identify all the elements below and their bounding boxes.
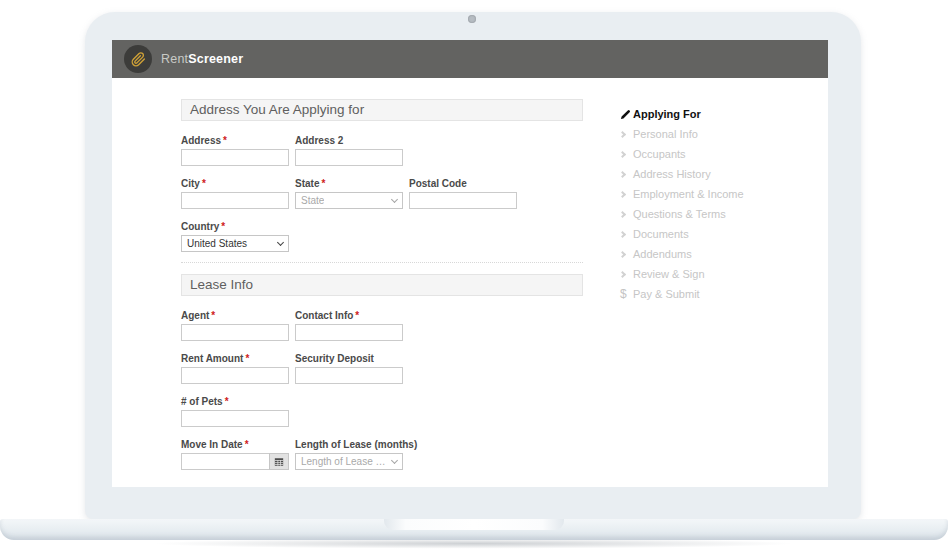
field-label: Move In Date [181, 439, 243, 450]
nav-label: Review & Sign [633, 268, 705, 280]
laptop-base-notch [384, 519, 564, 530]
dotted-divider [181, 262, 583, 263]
chevron-down-icon [391, 195, 398, 202]
nav-item-pay-submit[interactable]: $ Pay & Submit [620, 284, 820, 304]
nav-label: Documents [633, 228, 689, 240]
required-marker: * [211, 310, 215, 321]
application-form: Address You Are Applying for Address* Ad… [181, 99, 583, 470]
field-num-pets: # of Pets* [181, 396, 289, 427]
chevron-right-icon [620, 252, 633, 257]
field-address2: Address 2 [295, 135, 403, 166]
chevron-right-icon [620, 272, 633, 277]
country-select[interactable]: United States [181, 235, 289, 252]
nav-item-addendums[interactable]: Addendums [620, 244, 820, 264]
field-label: # of Pets [181, 396, 223, 407]
postal-code-input[interactable] [409, 192, 517, 209]
field-address: Address* [181, 135, 289, 166]
agent-input[interactable] [181, 324, 289, 341]
laptop-shadow [30, 539, 918, 552]
nav-item-personal-info[interactable]: Personal Info [620, 124, 820, 144]
field-label: State [295, 178, 319, 189]
required-marker: * [221, 221, 225, 232]
nav-label: Occupants [633, 148, 686, 160]
nav-item-address-history[interactable]: Address History [620, 164, 820, 184]
brand-title: RentScreener [161, 52, 243, 66]
nav-label: Questions & Terms [633, 208, 726, 220]
field-label: Address 2 [295, 135, 343, 146]
address-input[interactable] [181, 149, 289, 166]
chevron-down-icon [391, 456, 398, 463]
nav-item-occupants[interactable]: Occupants [620, 144, 820, 164]
required-marker: * [355, 310, 359, 321]
nav-label: Address History [633, 168, 711, 180]
nav-label: Pay & Submit [633, 288, 700, 300]
required-marker: * [223, 135, 227, 146]
app-logo [124, 45, 152, 73]
chevron-down-icon [277, 238, 284, 245]
dollar-icon: $ [620, 288, 633, 300]
brand-prefix: Rent [161, 52, 188, 66]
field-rent-amount: Rent Amount* [181, 353, 289, 384]
security-deposit-input[interactable] [295, 367, 403, 384]
city-input[interactable] [181, 192, 289, 209]
field-country: Country* United States [181, 221, 289, 252]
nav-label: Applying For [633, 108, 701, 120]
rent-amount-input[interactable] [181, 367, 289, 384]
chevron-right-icon [620, 152, 633, 157]
webcam-icon [468, 15, 476, 23]
field-move-in-date: Move In Date* [181, 439, 289, 470]
move-in-date-input[interactable] [181, 453, 269, 470]
field-label: Postal Code [409, 178, 467, 189]
field-label: Length of Lease (months) [295, 439, 417, 450]
nav-label: Addendums [633, 248, 692, 260]
field-label: Agent [181, 310, 209, 321]
brand-suffix: Screener [188, 52, 243, 66]
nav-item-employment-income[interactable]: Employment & Income [620, 184, 820, 204]
field-postal-code: Postal Code [409, 178, 517, 209]
field-label: Contact Info [295, 310, 353, 321]
field-label: Rent Amount [181, 353, 243, 364]
required-marker: * [202, 178, 206, 189]
steps-nav: Applying For Personal Info Occupants Add… [620, 104, 820, 304]
section-header-lease: Lease Info [181, 274, 583, 296]
field-state: State* State [295, 178, 403, 209]
field-label: Security Deposit [295, 353, 374, 364]
length-of-lease-select[interactable]: Length of Lease (months) [295, 453, 403, 470]
state-select[interactable]: State [295, 192, 403, 209]
nav-item-review-sign[interactable]: Review & Sign [620, 264, 820, 284]
field-length-of-lease: Length of Lease (months) Length of Lease… [295, 439, 403, 470]
nav-item-applying-for[interactable]: Applying For [620, 104, 820, 124]
calendar-button[interactable] [269, 453, 289, 470]
chevron-right-icon [620, 212, 633, 217]
address2-input[interactable] [295, 149, 403, 166]
field-label: City [181, 178, 200, 189]
section-header-address: Address You Are Applying for [181, 99, 583, 121]
nav-item-documents[interactable]: Documents [620, 224, 820, 244]
chevron-right-icon [620, 172, 633, 177]
field-city: City* [181, 178, 289, 209]
chevron-right-icon [620, 192, 633, 197]
required-marker: * [321, 178, 325, 189]
field-agent: Agent* [181, 310, 289, 341]
nav-label: Personal Info [633, 128, 698, 140]
contact-info-input[interactable] [295, 324, 403, 341]
field-label: Address [181, 135, 221, 146]
nav-label: Employment & Income [633, 188, 744, 200]
required-marker: * [225, 396, 229, 407]
select-placeholder: Length of Lease (months) [301, 456, 388, 467]
field-label: Country [181, 221, 219, 232]
select-placeholder: State [301, 195, 324, 206]
paperclip-icon [131, 52, 146, 67]
select-value: United States [187, 238, 247, 249]
chevron-right-icon [620, 232, 633, 237]
chevron-right-icon [620, 132, 633, 137]
section-title: Lease Info [190, 277, 253, 292]
pencil-icon [620, 109, 633, 120]
required-marker: * [245, 439, 249, 450]
calendar-icon [274, 457, 284, 467]
field-contact-info: Contact Info* [295, 310, 403, 341]
section-title: Address You Are Applying for [190, 102, 364, 117]
num-pets-input[interactable] [181, 410, 289, 427]
nav-item-questions-terms[interactable]: Questions & Terms [620, 204, 820, 224]
required-marker: * [245, 353, 249, 364]
